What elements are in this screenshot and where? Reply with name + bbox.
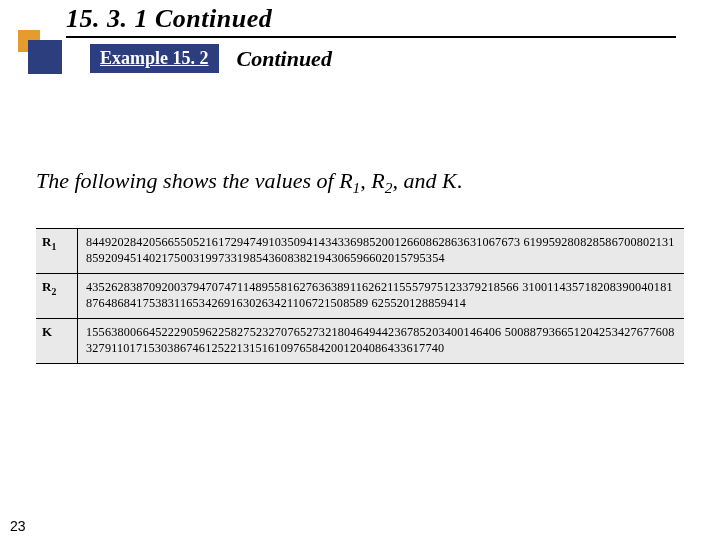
var-r1: R <box>339 168 352 193</box>
label-sub: 1 <box>51 241 56 252</box>
row-value-k: 1556380066452229059622582752327076527321… <box>78 319 684 363</box>
label-main: R <box>42 279 51 294</box>
table-row: K 15563800664522290596225827523270765273… <box>36 318 684 363</box>
section-title: 15. 3. 1 Continued <box>66 4 676 38</box>
var-k: K <box>442 168 457 193</box>
row-value-r2: 4352628387092003794707471148955816276363… <box>78 274 684 318</box>
row-value-r1: 8449202842056655052161729474910350941434… <box>78 229 684 273</box>
deco-square-blue <box>28 40 62 74</box>
label-main: K <box>42 324 52 339</box>
label-main: R <box>42 234 51 249</box>
table-row: R1 8449202842056655052161729474910350941… <box>36 229 684 273</box>
example-continued-label: Continued <box>237 46 332 72</box>
section-suffix: Continued <box>155 4 272 33</box>
row-label-r2: R2 <box>36 274 78 318</box>
intro-suffix: . <box>457 168 463 193</box>
values-table: R1 8449202842056655052161729474910350941… <box>36 228 684 364</box>
section-number: 15. 3. 1 <box>66 4 148 33</box>
sep2: , and <box>392 168 442 193</box>
page-number: 23 <box>10 518 26 534</box>
row-label-r1: R1 <box>36 229 78 273</box>
slide-corner-decoration <box>18 30 66 78</box>
example-header-row: Example 15. 2 Continued <box>90 44 332 73</box>
label-sub: 2 <box>51 286 56 297</box>
var-r2: R <box>371 168 384 193</box>
row-label-k: K <box>36 319 78 363</box>
intro-sentence: The following shows the values of R1, R2… <box>36 168 462 197</box>
sep1: , <box>360 168 371 193</box>
table-row: R2 4352628387092003794707471148955816276… <box>36 273 684 318</box>
example-badge: Example 15. 2 <box>90 44 219 73</box>
intro-prefix: The following shows the values of <box>36 168 339 193</box>
